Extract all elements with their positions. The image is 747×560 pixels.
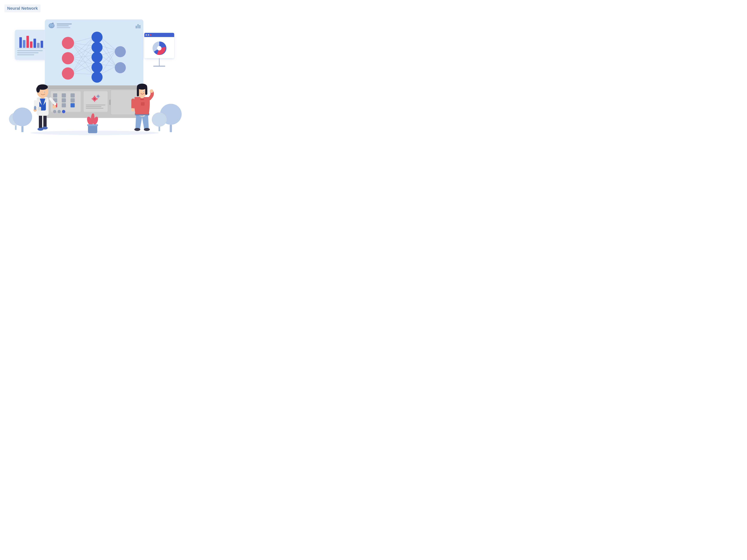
svg-point-70 bbox=[157, 46, 161, 51]
svg-line-40 bbox=[101, 64, 116, 66]
svg-rect-65 bbox=[99, 96, 100, 97]
svg-point-47 bbox=[92, 52, 102, 63]
gear-icon bbox=[90, 94, 101, 103]
svg-point-51 bbox=[115, 62, 126, 73]
pie-content bbox=[144, 37, 174, 58]
screen-icon-area bbox=[48, 22, 72, 29]
chart-board bbox=[15, 30, 48, 60]
svg-rect-95 bbox=[131, 99, 135, 109]
svg-rect-2 bbox=[26, 36, 29, 48]
screen-header bbox=[48, 22, 140, 29]
svg-rect-5 bbox=[37, 43, 40, 48]
svg-point-44 bbox=[62, 68, 74, 80]
svg-rect-71 bbox=[39, 114, 42, 129]
pie-chart bbox=[151, 40, 168, 56]
svg-line-37 bbox=[101, 37, 116, 66]
desk-gear-panel bbox=[84, 91, 108, 112]
svg-line-26 bbox=[72, 58, 93, 74]
svg-line-30 bbox=[72, 64, 93, 74]
header-lines bbox=[57, 23, 72, 28]
svg-rect-1 bbox=[23, 40, 25, 48]
neural-network-diagram bbox=[48, 31, 140, 85]
panel-btn-2 bbox=[62, 93, 66, 98]
svg-rect-88 bbox=[38, 107, 41, 110]
svg-line-41 bbox=[101, 66, 116, 74]
chart-area bbox=[17, 32, 46, 49]
svg-line-32 bbox=[101, 37, 116, 50]
svg-rect-3 bbox=[30, 42, 32, 48]
scientist-figure bbox=[28, 71, 57, 134]
plant bbox=[86, 113, 99, 133]
svg-point-89 bbox=[134, 128, 140, 131]
svg-line-34 bbox=[101, 50, 116, 55]
svg-rect-93 bbox=[141, 102, 145, 106]
pie-window bbox=[144, 33, 174, 58]
panel-btn-blue bbox=[71, 103, 75, 107]
svg-line-31 bbox=[72, 74, 93, 74]
desk-gear-lines bbox=[86, 105, 105, 109]
panel-btn-3 bbox=[71, 93, 75, 98]
woman-figure bbox=[127, 71, 157, 134]
panel-btn-5 bbox=[62, 98, 66, 102]
window-dot-red bbox=[150, 34, 152, 36]
plant-pot bbox=[88, 126, 97, 133]
pie-window-header bbox=[144, 33, 174, 37]
panel-btn-8 bbox=[62, 103, 66, 107]
svg-rect-72 bbox=[43, 114, 47, 128]
svg-point-94 bbox=[150, 89, 153, 93]
svg-point-103 bbox=[144, 91, 144, 91]
svg-rect-77 bbox=[49, 97, 57, 106]
svg-rect-63 bbox=[98, 97, 99, 98]
screen-bar-icon bbox=[136, 23, 140, 28]
title-box: Neural Network bbox=[4, 4, 41, 12]
svg-point-43 bbox=[62, 52, 74, 64]
svg-line-33 bbox=[101, 46, 116, 50]
svg-point-50 bbox=[115, 46, 126, 57]
pie-chart-board bbox=[144, 33, 174, 63]
svg-rect-56 bbox=[92, 99, 93, 99]
svg-point-81 bbox=[34, 106, 36, 110]
svg-rect-55 bbox=[94, 100, 95, 102]
svg-point-49 bbox=[92, 72, 102, 83]
svg-point-78 bbox=[52, 105, 56, 109]
svg-rect-14 bbox=[53, 24, 53, 24]
svg-line-29 bbox=[72, 55, 93, 74]
svg-rect-92 bbox=[140, 99, 144, 100]
svg-point-61 bbox=[98, 96, 99, 97]
window-dot-gray bbox=[146, 34, 147, 36]
svg-rect-64 bbox=[96, 96, 97, 97]
safe-handle bbox=[109, 100, 111, 105]
svg-point-53 bbox=[94, 98, 96, 100]
svg-point-46 bbox=[92, 42, 102, 53]
svg-point-8 bbox=[49, 24, 52, 27]
plant-leaves bbox=[86, 113, 99, 126]
window-dot-gray2 bbox=[148, 34, 149, 36]
svg-point-12 bbox=[53, 23, 53, 24]
chart-text-lines bbox=[17, 50, 46, 55]
svg-point-74 bbox=[42, 127, 48, 130]
svg-point-96 bbox=[131, 108, 134, 111]
svg-rect-6 bbox=[41, 41, 43, 48]
svg-point-85 bbox=[36, 87, 40, 92]
svg-point-90 bbox=[144, 128, 150, 131]
svg-point-48 bbox=[92, 62, 102, 73]
svg-line-18 bbox=[72, 43, 93, 46]
illustration: Neural Network bbox=[0, 0, 189, 142]
panel-btn-6 bbox=[71, 98, 75, 102]
svg-rect-100 bbox=[137, 87, 139, 96]
svg-line-38 bbox=[101, 46, 116, 66]
svg-point-45 bbox=[92, 32, 102, 43]
brain-icon bbox=[48, 22, 55, 29]
svg-rect-62 bbox=[98, 95, 99, 96]
svg-point-42 bbox=[62, 37, 74, 49]
svg-rect-0 bbox=[19, 37, 22, 48]
svg-rect-4 bbox=[33, 39, 36, 48]
svg-line-19 bbox=[72, 43, 93, 55]
svg-line-24 bbox=[72, 55, 93, 58]
page-title: Neural Network bbox=[7, 6, 38, 10]
svg-line-39 bbox=[101, 55, 116, 66]
svg-rect-13 bbox=[53, 22, 53, 23]
svg-point-87 bbox=[44, 92, 45, 92]
svg-line-27 bbox=[72, 37, 93, 74]
svg-line-17 bbox=[72, 37, 93, 43]
